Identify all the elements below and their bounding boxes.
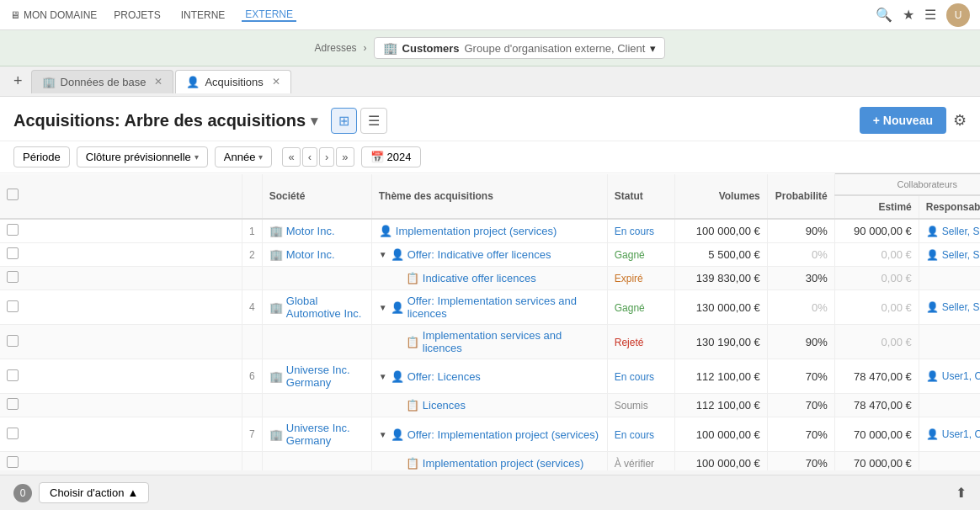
tab-donnees-close[interactable]: ✕ (154, 76, 162, 88)
row-checkbox-cell[interactable] (0, 325, 242, 359)
row-company[interactable]: 🏢Global Automotive Inc. (262, 290, 371, 325)
list-view-button[interactable]: ☰ (360, 108, 387, 134)
tab-donnees-de-base[interactable]: 🏢 Données de base ✕ (31, 70, 174, 93)
theme-link[interactable]: Offer: Licences (407, 370, 481, 383)
responsable-link[interactable]: 👤Seller, Susi (926, 301, 980, 313)
export-icon[interactable]: ⬆ (956, 485, 967, 501)
theme-link[interactable]: Offer: Implementation project (services) (407, 428, 599, 441)
responsable-link[interactable]: 👤Seller, Susi (926, 249, 980, 261)
breadcrumb-parent[interactable]: Adresses (315, 42, 357, 54)
row-theme[interactable]: 📋Implementation project (services) (371, 452, 607, 471)
row-theme[interactable]: ▼ 👤Offer: Implementation project (servic… (371, 417, 607, 452)
theme-link[interactable]: Licences (423, 399, 466, 412)
theme-link[interactable]: Implementation services and licences (423, 329, 600, 354)
cloture-button[interactable]: Clôture prévisionnelle ▾ (77, 146, 208, 167)
row-statut: En cours (607, 219, 674, 243)
theme-link[interactable]: Offer: Implementation services and licen… (407, 295, 600, 320)
row-checkbox-cell[interactable] (0, 243, 242, 267)
row-checkbox[interactable] (7, 247, 19, 259)
action-button[interactable]: Choisir d'action ▲ (39, 482, 149, 503)
row-checkbox-cell[interactable] (0, 219, 242, 243)
row-theme[interactable]: ▼ 👤Offer: Licences (371, 359, 607, 394)
menu-icon[interactable]: ☰ (924, 7, 936, 23)
row-checkbox-cell[interactable] (0, 452, 242, 471)
row-company[interactable]: 🏢Motor Inc. (262, 219, 371, 243)
expand-button[interactable]: ▼ (379, 303, 387, 312)
add-tab-button[interactable]: + (7, 72, 29, 90)
row-responsable (919, 452, 980, 471)
nav-last-button[interactable]: » (336, 147, 354, 167)
nav-externe[interactable]: EXTERNE (242, 8, 296, 22)
select-all-checkbox[interactable] (7, 189, 19, 200)
row-responsable[interactable]: 👤User1, Carsten (919, 359, 980, 394)
tree-view-button[interactable]: ⊞ (331, 108, 357, 134)
row-statut: Rejeté (607, 325, 674, 359)
theme-link[interactable]: Implementation project (services) (423, 457, 583, 470)
tab-acq-close[interactable]: ✕ (272, 76, 280, 88)
year-button[interactable]: 📅 2024 (361, 146, 421, 167)
row-theme[interactable]: ▼ 👤Offer: Indicative offer licences (371, 243, 607, 267)
row-checkbox[interactable] (7, 224, 19, 236)
row-responsable[interactable]: 👤Seller, Susi (919, 290, 980, 325)
theme-link[interactable]: Implementation project (services) (396, 225, 557, 237)
row-theme[interactable]: ▼ 👤Offer: Implementation services and li… (371, 290, 607, 325)
periode-button[interactable]: Période (13, 146, 70, 167)
row-theme[interactable]: 📋Indicative offer licences (371, 267, 607, 290)
row-theme[interactable]: 📋Implementation services and licences (371, 325, 607, 359)
row-company[interactable]: 🏢Universe Inc. Germany (262, 359, 371, 394)
theme-link[interactable]: Indicative offer licences (423, 272, 536, 284)
tab-acquisitions[interactable]: 👤 Acquisitions ✕ (175, 70, 290, 93)
star-icon[interactable]: ★ (903, 7, 914, 23)
nav-projets[interactable]: PROJETS (110, 9, 163, 21)
row-company (262, 394, 371, 417)
row-checkbox-cell[interactable] (0, 417, 242, 452)
expand-button[interactable]: ▼ (379, 250, 387, 259)
search-icon[interactable]: 🔍 (876, 7, 892, 23)
offer-icon: 👤 (379, 225, 392, 237)
title-chevron[interactable]: ▾ (311, 113, 317, 129)
row-responsable[interactable]: 👤User1, Carsten (919, 417, 980, 452)
row-checkbox[interactable] (7, 456, 19, 468)
responsable-link[interactable]: 👤User1, Carsten (926, 428, 980, 440)
nav-brand[interactable]: 🖥 MON DOMAINE (10, 9, 97, 21)
avatar[interactable]: U (946, 3, 970, 27)
company-link[interactable]: 🏢Universe Inc. Germany (269, 364, 365, 389)
row-theme[interactable]: 👤Implementation project (services) (371, 219, 607, 243)
row-theme[interactable]: 📋Licences (371, 394, 607, 417)
company-link[interactable]: 🏢Global Automotive Inc. (269, 295, 365, 320)
filter-button[interactable]: ⚙ (953, 111, 967, 130)
row-checkbox[interactable] (7, 271, 19, 283)
nav-first-button[interactable]: « (282, 147, 300, 167)
row-checkbox[interactable] (7, 428, 19, 439)
row-checkbox-cell[interactable] (0, 290, 242, 325)
row-checkbox-cell[interactable] (0, 267, 242, 290)
company-link[interactable]: 🏢Motor Inc. (269, 225, 365, 237)
row-checkbox-cell[interactable] (0, 394, 242, 417)
company-link[interactable]: 🏢Universe Inc. Germany (269, 422, 365, 447)
breadcrumb-dropdown[interactable]: 🏢 Customers Groupe d'organisation extern… (374, 37, 666, 59)
expand-button[interactable]: ▼ (379, 372, 387, 381)
nav-prev-button[interactable]: ‹ (302, 147, 317, 167)
row-responsable[interactable]: 👤Seller, Susi (919, 219, 980, 243)
nav-interne[interactable]: INTERNE (178, 9, 229, 21)
col-select-all[interactable] (0, 174, 242, 220)
row-responsable[interactable]: 👤Seller, Susi (919, 243, 980, 267)
row-company[interactable]: 🏢Motor Inc. (262, 243, 371, 267)
annee-button[interactable]: Année ▾ (215, 146, 273, 167)
row-checkbox[interactable] (7, 398, 19, 410)
responsable-link[interactable]: 👤Seller, Susi (926, 226, 980, 237)
new-button[interactable]: + Nouveau (860, 107, 946, 134)
action-label: Choisir d'action (50, 486, 124, 499)
row-checkbox[interactable] (7, 335, 19, 347)
row-checkbox-cell[interactable] (0, 359, 242, 394)
estime-value: 0,00 € (881, 272, 912, 284)
responsable-link[interactable]: 👤User1, Carsten (926, 370, 980, 382)
nav-next-button[interactable]: › (319, 147, 334, 167)
row-checkbox[interactable] (7, 369, 19, 381)
brand-label[interactable]: MON DOMAINE (24, 9, 97, 21)
row-company[interactable]: 🏢Universe Inc. Germany (262, 417, 371, 452)
company-link[interactable]: 🏢Motor Inc. (269, 248, 365, 261)
theme-link[interactable]: Offer: Indicative offer licences (407, 248, 551, 261)
expand-button[interactable]: ▼ (379, 430, 387, 439)
row-checkbox[interactable] (7, 300, 19, 312)
